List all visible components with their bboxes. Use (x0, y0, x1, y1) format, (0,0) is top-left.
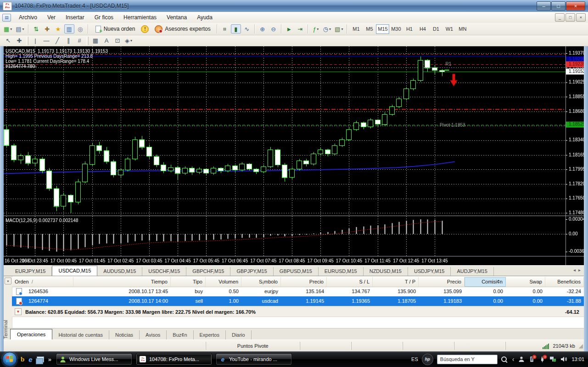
messenger-status-icon[interactable] (518, 356, 525, 363)
volume-icon[interactable] (560, 356, 567, 363)
chart-tab-eurjpy[interactable]: EURJPY,M15 (9, 267, 52, 276)
market-watch-icon[interactable]: ⇅ (31, 24, 41, 33)
expert-advisors-button[interactable]: Asesores expertos (151, 23, 214, 34)
chart-tab-gbpjpy[interactable]: GBPJPY,M15 (230, 267, 273, 276)
terminal-tab-diario[interactable]: Diario (226, 330, 252, 340)
timeframe-w1[interactable]: W1 (442, 24, 456, 34)
child-minimize-button[interactable]: _ (555, 13, 565, 22)
line-chart-icon[interactable]: ∿ (242, 24, 252, 33)
internet-explorer-icon[interactable]: e (28, 356, 32, 363)
terminal-tab-noticias[interactable]: Noticias (109, 330, 140, 340)
chart-tab-audusd[interactable]: AUDUSD,M15 (97, 267, 142, 276)
arrows-tool-icon[interactable]: ◈▾ (123, 36, 134, 45)
price-chart-canvas[interactable] (4, 46, 584, 265)
auto-scroll-icon[interactable]: ▶ (284, 24, 294, 33)
terminal-tab-historial[interactable]: Historial de cuentas (52, 330, 109, 340)
chart-tab-gbpchf[interactable]: GBPCHF,M15 (186, 267, 230, 276)
column-header-precio[interactable]: Precio (281, 277, 327, 287)
chart-shift-icon[interactable]: ⇥ (295, 24, 305, 33)
order-row-buy[interactable]: 1264536 2008.10.17 13:45 buy 0.50 eurjpy… (12, 287, 584, 296)
maximize-button[interactable]: □ (551, 1, 566, 11)
templates-icon[interactable]: ▧▾ (333, 24, 344, 33)
terminal-tab-avisos[interactable]: Avisos (140, 330, 167, 340)
label-tool-icon[interactable]: ⊡ (112, 36, 123, 45)
alert-icon[interactable]: ! (140, 24, 150, 33)
navigator-icon[interactable]: ▥ (64, 24, 74, 33)
search-icon[interactable] (501, 356, 507, 362)
menu-herramientas[interactable]: Herramientas (118, 13, 162, 22)
minimize-button[interactable]: – (537, 1, 551, 11)
terminal-tab-buzon[interactable]: Buz¢n (167, 330, 193, 340)
column-header-tipo[interactable]: Tipo (171, 277, 206, 287)
candlestick-chart-icon[interactable]: ▮ (231, 24, 241, 33)
zoom-in-icon[interactable]: ⊕ (258, 24, 268, 33)
column-header-swap[interactable]: Swap (506, 277, 545, 287)
child-restore-button[interactable]: □ (566, 13, 575, 22)
periods-icon[interactable]: ◷▾ (322, 24, 332, 33)
terminal-tab-operaciones[interactable]: Operaciones (10, 329, 52, 340)
vertical-line-tool-icon[interactable]: | (30, 36, 40, 45)
text-tool-icon[interactable]: A (101, 36, 112, 45)
timeframe-m5[interactable]: M5 (363, 24, 376, 34)
search-input[interactable] (437, 355, 498, 364)
chart-tab-usdchf[interactable]: USDCHF,M15 (142, 267, 186, 276)
device-status-icon[interactable]: × (528, 356, 535, 363)
timeframe-m15[interactable]: M15 (376, 24, 389, 34)
column-header-volumen[interactable]: Volumen (206, 277, 241, 287)
tab-scroll-right-icon[interactable]: ▸ (578, 267, 583, 272)
network-icon[interactable] (549, 356, 556, 363)
close-button[interactable]: × (566, 1, 585, 11)
power-plug-icon[interactable]: × (539, 356, 546, 363)
chart-tab-audjpy[interactable]: AUDJPY,M15 (451, 267, 493, 276)
column-header-comision[interactable]: Comisi¢n (465, 277, 506, 287)
chart-tab-usdjpy[interactable]: USDJPY,M15 (408, 267, 451, 276)
resize-grip-icon[interactable]: ◢ (579, 343, 584, 349)
tab-scroll-left-icon[interactable]: ◂ (573, 267, 578, 272)
timeframe-d1[interactable]: D1 (429, 24, 442, 34)
new-order-button[interactable]: + Nueva orden (90, 23, 140, 34)
tray-expand-icon[interactable]: ‹ (512, 356, 515, 363)
timeframe-m1[interactable]: M1 (349, 24, 363, 34)
column-header-beneficios[interactable]: Beneficios (545, 277, 584, 287)
taskbar-button-fxpro[interactable]: FxPro 104708: FxPro Meta... (136, 353, 212, 365)
child-close-button[interactable]: × (576, 13, 586, 22)
taskbar-button-youtube[interactable]: e YouTube - mirando ... (216, 353, 292, 365)
column-header-orden[interactable]: Orden / (12, 277, 73, 287)
favorites-icon[interactable]: ★ (53, 24, 63, 33)
crosshair-tool-icon[interactable]: ✚ (14, 36, 24, 45)
quick-launch-more-icon[interactable]: » (48, 356, 51, 363)
language-indicator[interactable]: ES (411, 356, 418, 362)
zoom-out-icon[interactable]: ⊖ (269, 24, 279, 33)
column-header-precio2[interactable]: Precio (419, 277, 465, 287)
timeframe-h1[interactable]: H1 (403, 24, 416, 34)
taskbar-button-messenger[interactable]: Windows Live Mess... (56, 353, 132, 365)
fibonacci-tool-icon[interactable]: # (74, 36, 84, 45)
chart-tab-nzdusd[interactable]: NZDUSD,M15 (364, 267, 408, 276)
menu-insertar[interactable]: Insertar (61, 13, 90, 22)
menu-ventana[interactable]: Ventana (162, 13, 192, 22)
menu-archivo[interactable]: Archivo (14, 13, 42, 22)
chart-tab-gbpusd[interactable]: GBPUSD,M15 (274, 267, 319, 276)
chart-tab-usdcad[interactable]: USDCAD,M15 (52, 266, 97, 276)
menu-graficos[interactable]: Gr ficos (90, 13, 118, 22)
horizontal-line-tool-icon[interactable]: — (41, 36, 51, 45)
cursor-tool-icon[interactable]: ↖ (3, 36, 13, 45)
menu-ayuda[interactable]: Ayuda (192, 13, 218, 22)
timeframe-mn[interactable]: MN (456, 24, 469, 34)
profiles-icon[interactable]: ▤▾ (14, 24, 25, 33)
data-window-icon[interactable]: ✚ (42, 24, 52, 33)
column-header-simbolo[interactable]: S¡mbolo (241, 277, 281, 287)
chart-tab-eurusd[interactable]: EURUSD,M15 (319, 267, 364, 276)
taskbar-clock[interactable]: 13:01 (571, 356, 584, 362)
column-header-tiempo[interactable]: Tiempo (73, 277, 171, 287)
bar-chart-icon[interactable]: ≡ (220, 24, 230, 33)
menu-ver[interactable]: Ver (42, 13, 61, 22)
indicators-icon[interactable]: ƒ▾ (311, 24, 321, 33)
start-button[interactable] (2, 352, 17, 367)
timeframe-h4[interactable]: H4 (416, 24, 429, 34)
terminal-close-icon[interactable]: × (5, 278, 11, 284)
timeframe-m30[interactable]: M30 (389, 24, 403, 34)
order-row-sell-selected[interactable]: 1264774 2008.10.17 14:00 sell 1.00 usdca… (12, 296, 584, 306)
shapes-tool-icon[interactable]: ▦ (90, 36, 101, 45)
column-header-sl[interactable]: S / L (327, 277, 373, 287)
